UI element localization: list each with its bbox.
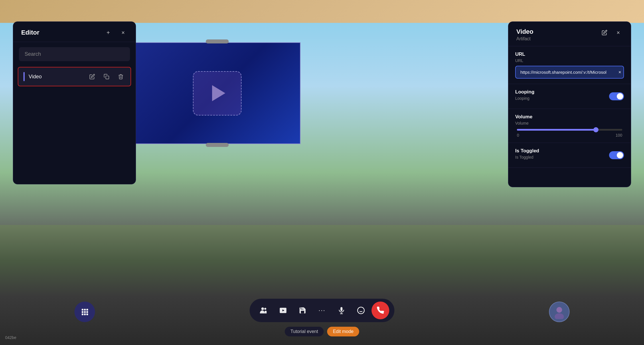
participants-button[interactable] [255, 302, 272, 319]
svg-rect-7 [82, 314, 84, 315]
status-bar: Tutorial event Edit mode [285, 327, 359, 336]
item-edit-button[interactable] [88, 72, 97, 81]
url-section: URL URL × [508, 46, 631, 84]
corner-id: 042be [5, 335, 16, 340]
media-button[interactable] [274, 302, 292, 319]
video-play-area [193, 71, 242, 115]
artifact-title-group: Video Artifact [516, 28, 534, 41]
volume-track [517, 129, 622, 131]
save-button[interactable] [294, 302, 311, 319]
artifact-panel: Video Artifact × URL URL × Looping Loopi [508, 21, 631, 187]
volume-fill [517, 129, 596, 131]
svg-point-17 [357, 307, 364, 314]
looping-labels: Looping Looping [515, 89, 534, 103]
url-input[interactable] [515, 66, 624, 79]
editor-panel: Editor + × Video [13, 21, 136, 184]
editor-header-actions: + × [104, 28, 128, 37]
volume-labels: 0 100 [517, 133, 622, 137]
svg-rect-6 [86, 311, 88, 313]
editor-header: Editor + × [13, 22, 136, 42]
svg-point-11 [264, 308, 266, 310]
volume-min: 0 [517, 133, 519, 137]
editor-search-input[interactable] [19, 47, 130, 61]
url-label: URL [515, 51, 624, 57]
svg-point-21 [555, 313, 564, 319]
svg-point-10 [261, 308, 264, 310]
is-toggled-row: Is Toggled Is Toggled [515, 148, 624, 162]
svg-rect-14 [341, 307, 343, 311]
video-list-item[interactable]: Video [18, 67, 131, 86]
more-button[interactable]: ··· [313, 302, 331, 319]
volume-section: Volume Volume 0 100 [508, 109, 631, 143]
bottom-toolbar: ··· [250, 299, 394, 322]
video-screen [134, 42, 301, 144]
svg-rect-8 [84, 314, 86, 315]
is-toggled-sublabel: Is Toggled [515, 155, 539, 159]
svg-rect-5 [84, 311, 86, 313]
looping-label: Looping [515, 89, 534, 95]
editor-add-button[interactable]: + [104, 28, 113, 37]
looping-section: Looping Looping [508, 84, 631, 109]
volume-slider-wrapper: 0 100 [515, 129, 624, 137]
url-input-wrapper: × [515, 66, 624, 79]
event-badge: Tutorial event [285, 327, 324, 336]
video-item-actions [88, 72, 125, 81]
item-copy-button[interactable] [102, 72, 111, 81]
mic-button[interactable] [333, 302, 350, 319]
user-avatar[interactable] [549, 302, 570, 322]
volume-thumb[interactable] [593, 127, 598, 132]
emoji-button[interactable] [352, 302, 370, 319]
svg-rect-4 [82, 311, 84, 313]
screen-handle-bottom [206, 143, 229, 147]
volume-label: Volume [515, 114, 624, 120]
artifact-subtitle: Artifact [516, 36, 534, 41]
url-clear-button[interactable]: × [619, 70, 621, 75]
artifact-header: Video Artifact × [508, 22, 631, 46]
is-toggled-label: Is Toggled [515, 148, 539, 154]
looping-toggle[interactable] [609, 92, 624, 100]
looping-sublabel: Looping [515, 96, 534, 101]
screen-handle-top [206, 39, 229, 43]
mode-badge[interactable]: Edit mode [327, 327, 359, 336]
is-toggled-labels: Is Toggled Is Toggled [515, 148, 539, 162]
editor-close-button[interactable]: × [118, 28, 128, 37]
svg-point-20 [556, 307, 562, 313]
artifact-edit-button[interactable] [600, 28, 609, 37]
editor-title: Editor [21, 29, 39, 36]
looping-row: Looping Looping [515, 89, 624, 103]
video-item-label: Video [29, 74, 84, 80]
is-toggled-slider [609, 151, 624, 159]
item-delete-button[interactable] [116, 72, 125, 81]
is-toggled-toggle[interactable] [609, 151, 624, 159]
is-toggled-section: Is Toggled Is Toggled [508, 143, 631, 168]
artifact-header-actions: × [600, 28, 623, 37]
volume-max: 100 [616, 133, 622, 137]
svg-rect-2 [84, 309, 86, 311]
looping-toggle-slider [609, 92, 624, 100]
grid-button[interactable] [74, 302, 95, 322]
svg-rect-0 [106, 76, 109, 79]
artifact-title: Video [516, 28, 534, 35]
url-sublabel: URL [515, 58, 624, 63]
avatar-image [552, 305, 566, 319]
svg-rect-3 [86, 309, 88, 311]
svg-rect-1 [82, 309, 84, 311]
item-indicator [23, 72, 25, 81]
artifact-close-button[interactable]: × [614, 28, 623, 37]
svg-rect-9 [86, 314, 88, 315]
volume-sublabel: Volume [515, 121, 624, 125]
play-icon [212, 85, 225, 101]
end-call-button[interactable] [372, 302, 389, 319]
ceiling-bg [0, 0, 644, 23]
